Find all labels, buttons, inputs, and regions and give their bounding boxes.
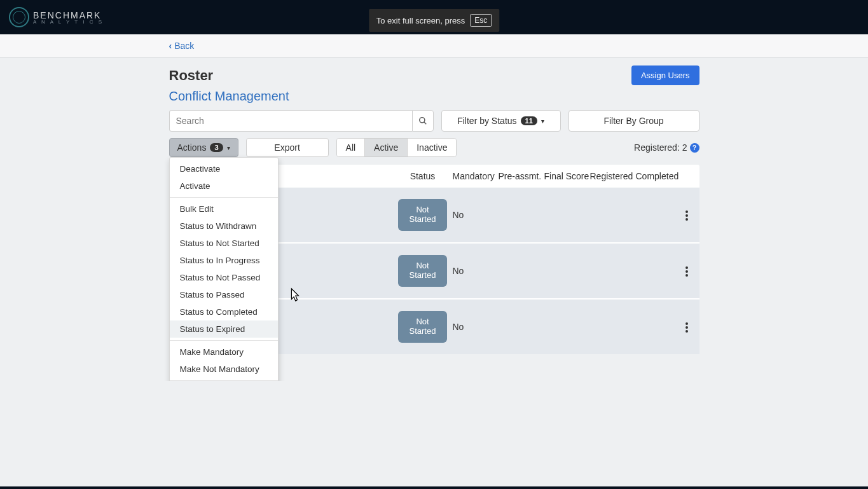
filter-group-label: Filter By Group [603, 116, 663, 126]
filter-by-status-button[interactable]: Filter by Status 11 ▾ [441, 110, 561, 132]
search-button[interactable] [412, 110, 434, 132]
content-area: Roster Assign Users Conflict Management … [0, 58, 868, 381]
table-header-final-score: Final Score [544, 171, 590, 181]
brand-text-wrap: BENCHMARK A N A L Y T I C S [33, 10, 104, 25]
cell-mandatory: No [453, 210, 499, 220]
cell-mandatory: No [453, 322, 499, 332]
status-badge: NotStarted [398, 311, 448, 343]
brand: BENCHMARK A N A L Y T I C S [9, 7, 104, 27]
dropdown-divider [170, 340, 278, 341]
page-subtitle: Conflict Management [169, 89, 699, 104]
tab-active[interactable]: Active [365, 139, 408, 156]
actions-menu-item[interactable]: Make Mandatory [170, 343, 278, 361]
search-icon [418, 116, 427, 125]
fullscreen-hint-text: To exit full screen, press [376, 16, 465, 25]
table-header-mandatory: Mandatory [453, 171, 499, 181]
help-icon[interactable]: ? [690, 143, 699, 153]
actions-dropdown-button[interactable]: Actions 3 ▾ [169, 138, 238, 157]
actions-menu-item[interactable]: Status to Completed [170, 303, 278, 320]
assign-users-button[interactable]: Assign Users [631, 65, 699, 85]
export-button[interactable]: Export [246, 138, 329, 157]
actions-label: Actions [177, 142, 207, 153]
fullscreen-hint: To exit full screen, press Esc [369, 9, 499, 32]
table-header-pre-assmt: Pre-assmt. [499, 171, 544, 181]
actions-menu-item[interactable]: Status to Expired [170, 320, 278, 338]
tab-inactive[interactable]: Inactive [408, 139, 456, 156]
caret-down-icon: ▾ [541, 118, 544, 125]
dropdown-divider [170, 197, 278, 198]
actions-dropdown-menu: DeactivateActivateBulk EditStatus to Wit… [169, 157, 279, 381]
actions-count: 3 [210, 143, 223, 152]
cell-menu [674, 261, 692, 280]
actions-menu-item[interactable]: Status to Withdrawn [170, 217, 278, 235]
actions-menu-item[interactable]: Activate [170, 177, 278, 195]
row-kebab-menu[interactable] [682, 207, 692, 224]
table-header-status: Status [393, 171, 453, 181]
actions-menu-item[interactable]: Deactivate [170, 160, 278, 177]
brand-subtext: A N A L Y T I C S [33, 19, 104, 25]
actions-row: Actions 3 ▾ DeactivateActivateBulk EditS… [169, 138, 699, 157]
actions-menu-item[interactable]: Status to Not Started [170, 235, 278, 252]
cell-mandatory: No [453, 266, 499, 276]
registered-count: 2 [682, 142, 687, 153]
status-tab-group: All Active Inactive [336, 138, 457, 157]
page-title: Roster [169, 67, 214, 84]
caret-down-icon: ▾ [227, 144, 230, 151]
filter-status-label: Filter by Status [457, 116, 516, 126]
cell-status: NotStarted [393, 311, 453, 343]
svg-point-0 [419, 118, 424, 123]
fullscreen-hint-key: Esc [470, 14, 492, 27]
actions-menu-item[interactable]: Status to In Progress [170, 252, 278, 269]
table-header-completed: Completed [636, 171, 679, 181]
registered-info: Registered: 2 ? [634, 142, 699, 153]
filter-status-count: 11 [521, 116, 537, 125]
tab-all[interactable]: All [337, 139, 366, 156]
actions-menu-item[interactable]: Make Not Mandatory [170, 361, 278, 378]
row-kebab-menu[interactable] [682, 319, 692, 336]
filter-by-group-button[interactable]: Filter By Group [568, 110, 699, 132]
actions-menu-item[interactable]: Status to Not Passed [170, 269, 278, 286]
actions-menu-item[interactable]: Status to Passed [170, 286, 278, 303]
status-badge: NotStarted [398, 199, 448, 231]
top-header-bar: BENCHMARK A N A L Y T I C S To exit full… [0, 0, 868, 34]
row-kebab-menu[interactable] [682, 263, 692, 280]
table-header-menu [679, 171, 691, 181]
actions-menu-item[interactable]: Bulk Edit [170, 200, 278, 217]
registered-label: Registered: [634, 142, 680, 153]
brand-logo-icon [9, 7, 29, 27]
filter-row: Filter by Status 11 ▾ Filter By Group [169, 110, 699, 132]
back-link-label: Back [174, 41, 194, 51]
cell-menu [674, 317, 692, 336]
status-badge: NotStarted [398, 255, 448, 287]
back-link[interactable]: ‹ Back [169, 41, 195, 51]
cell-status: NotStarted [393, 255, 453, 287]
svg-line-1 [424, 122, 426, 125]
title-row: Roster Assign Users [169, 65, 699, 85]
dropdown-divider [170, 380, 278, 381]
cell-menu [674, 205, 692, 224]
chevron-left-icon: ‹ [169, 41, 172, 51]
table-header-registered: Registered [590, 171, 636, 181]
cell-status: NotStarted [393, 199, 453, 231]
search-input[interactable] [169, 110, 412, 132]
back-strip: ‹ Back [0, 34, 868, 58]
search-wrap [169, 110, 434, 132]
